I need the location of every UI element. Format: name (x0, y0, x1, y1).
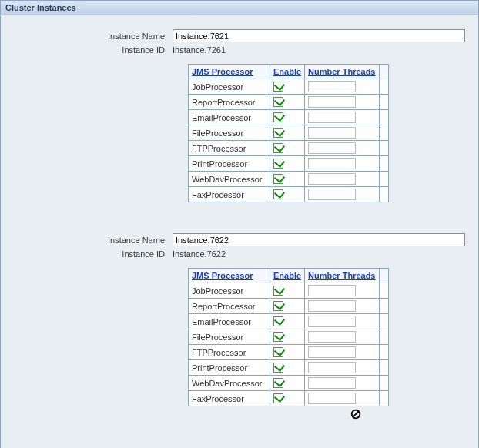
number-threads-input[interactable] (308, 393, 356, 404)
processor-name-cell: FaxProcessor (189, 187, 270, 202)
number-threads-input[interactable] (308, 300, 356, 312)
threads-cell (305, 376, 379, 391)
threads-cell (305, 329, 379, 345)
table-row: EmailProcessor (189, 110, 389, 125)
processor-name-cell: JobProcessor (189, 79, 270, 95)
enable-checkbox[interactable] (273, 159, 283, 169)
processor-name-cell: ReportProcessor (189, 299, 270, 314)
instance-block: Instance NameInstance IDInstance.7622JMS… (7, 233, 472, 406)
enable-cell (270, 187, 305, 202)
table-row: FaxProcessor (189, 187, 389, 202)
table-row: WebDavProcessor (189, 172, 389, 187)
enable-checkbox[interactable] (273, 316, 283, 326)
jms-processor-header[interactable]: JMS Processor (189, 269, 270, 283)
instance-name-input[interactable] (173, 233, 465, 246)
threads-cell (305, 141, 379, 156)
instance-id-value: Instance.7622 (173, 249, 472, 259)
threads-cell (305, 110, 379, 125)
panel-body: Instance NameInstance IDInstance.7261JMS… (1, 15, 478, 448)
enable-checkbox[interactable] (273, 97, 283, 107)
enable-checkbox[interactable] (273, 378, 283, 388)
enable-header[interactable]: Enable (270, 269, 305, 283)
instance-name-label: Instance Name (7, 236, 173, 245)
instance-block: Instance NameInstance IDInstance.7261JMS… (7, 29, 472, 202)
table-row: FTPProcessor (189, 345, 389, 360)
instance-id-label: Instance ID (7, 45, 173, 55)
enable-header[interactable]: Enable (270, 65, 305, 79)
threads-cell (305, 187, 379, 202)
threads-cell (305, 79, 379, 95)
table-row: EmailProcessor (189, 314, 389, 329)
threads-cell (305, 156, 379, 172)
enable-checkbox[interactable] (273, 301, 283, 311)
processor-name-cell: PrintProcessor (189, 360, 270, 376)
number-threads-input[interactable] (308, 285, 356, 296)
number-threads-input[interactable] (308, 189, 356, 200)
number-threads-input[interactable] (308, 158, 356, 169)
enable-checkbox[interactable] (273, 128, 283, 138)
jms-processor-table: JMS ProcessorEnableNumber ThreadsJobProc… (188, 64, 389, 202)
enable-checkbox[interactable] (273, 189, 283, 199)
number-threads-header[interactable]: Number Threads (305, 65, 379, 79)
enable-checkbox[interactable] (273, 332, 283, 342)
enable-checkbox[interactable] (273, 82, 283, 92)
processor-name-cell: FTPProcessor (189, 345, 270, 360)
threads-cell (305, 345, 379, 360)
enable-cell (270, 95, 305, 110)
threads-cell (305, 125, 379, 141)
number-threads-input[interactable] (308, 173, 356, 185)
number-threads-input[interactable] (308, 362, 356, 373)
instance-name-label: Instance Name (7, 32, 173, 41)
enable-cell (270, 141, 305, 156)
threads-cell (305, 314, 379, 329)
jms-processor-table: JMS ProcessorEnableNumber ThreadsJobProc… (188, 268, 389, 406)
number-threads-input[interactable] (308, 96, 356, 108)
number-threads-input[interactable] (308, 346, 356, 358)
table-row: WebDavProcessor (189, 376, 389, 391)
enable-checkbox[interactable] (273, 286, 283, 296)
processor-name-cell: EmailProcessor (189, 314, 270, 329)
enable-cell (270, 329, 305, 345)
enable-cell (270, 376, 305, 391)
enable-cell (270, 345, 305, 360)
processor-name-cell: PrintProcessor (189, 156, 270, 172)
enable-cell (270, 125, 305, 141)
table-row: FileProcessor (189, 125, 389, 141)
threads-cell (305, 172, 379, 187)
enable-cell (270, 391, 305, 406)
enable-checkbox[interactable] (273, 143, 283, 153)
table-row: JobProcessor (189, 79, 389, 95)
processor-name-cell: EmailProcessor (189, 110, 270, 125)
number-threads-header[interactable]: Number Threads (305, 269, 379, 283)
table-row: FTPProcessor (189, 141, 389, 156)
number-threads-input[interactable] (308, 112, 356, 123)
threads-cell (305, 95, 379, 110)
number-threads-input[interactable] (308, 316, 356, 327)
enable-cell (270, 79, 305, 95)
table-row: PrintProcessor (189, 360, 389, 376)
number-threads-input[interactable] (308, 331, 356, 343)
enable-checkbox[interactable] (273, 112, 283, 122)
enable-checkbox[interactable] (273, 363, 283, 373)
enable-checkbox[interactable] (273, 393, 283, 403)
table-row: FaxProcessor (189, 391, 389, 406)
number-threads-input[interactable] (308, 142, 356, 154)
enable-checkbox[interactable] (273, 174, 283, 184)
enable-cell (270, 360, 305, 376)
processor-name-cell: FileProcessor (189, 125, 270, 141)
jms-processor-header[interactable]: JMS Processor (189, 65, 270, 79)
table-row: FileProcessor (189, 329, 389, 345)
processor-name-cell: WebDavProcessor (189, 376, 270, 391)
enable-cell (270, 283, 305, 299)
processor-name-cell: FaxProcessor (189, 391, 270, 406)
processor-name-cell: WebDavProcessor (189, 172, 270, 187)
number-threads-input[interactable] (308, 377, 356, 389)
number-threads-input[interactable] (308, 81, 356, 92)
number-threads-input[interactable] (308, 127, 356, 139)
threads-cell (305, 391, 379, 406)
enable-cell (270, 299, 305, 314)
enable-checkbox[interactable] (273, 347, 283, 357)
instance-id-value: Instance.7261 (173, 45, 472, 55)
instance-name-input[interactable] (173, 29, 465, 42)
enable-cell (270, 314, 305, 329)
